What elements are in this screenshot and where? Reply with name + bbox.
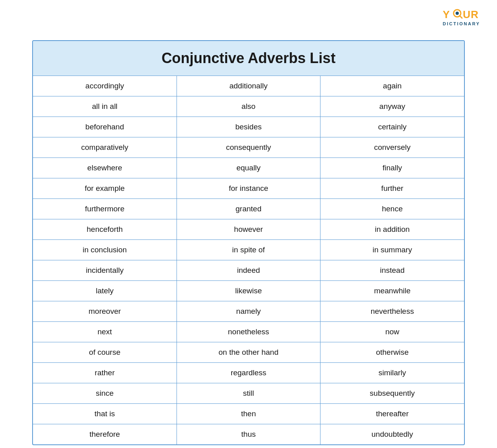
table-cell: elsewhere (33, 158, 177, 178)
table-cell: granted (177, 199, 320, 219)
table-row: furthermoregrantedhence (33, 199, 464, 219)
table-cell: meanwhile (320, 281, 464, 301)
table-cell: accordingly (33, 76, 177, 96)
table-wrapper: Conjunctive Adverbs List accordinglyaddi… (32, 40, 465, 445)
table-cell: on the other hand (177, 342, 320, 363)
table-cell: however (177, 219, 320, 240)
table-cell: then (177, 404, 320, 424)
table-cell: furthermore (33, 199, 177, 219)
table-cell: hence (320, 199, 464, 219)
table-cell: in conclusion (33, 240, 177, 260)
table-row: beforehandbesidescertainly (33, 117, 464, 137)
main-content: Conjunctive Adverbs List accordinglyaddi… (0, 0, 497, 448)
svg-point-2 (456, 12, 459, 15)
table-cell: further (320, 178, 464, 199)
table-row: henceforthhoweverin addition (33, 219, 464, 240)
table-cell: nonetheless (177, 322, 320, 342)
table-row: incidentallyindeedinstead (33, 260, 464, 281)
logo: Y UR DICTIONARY (439, 6, 487, 30)
table-cell: in spite of (177, 240, 320, 260)
table-row: comparativelyconsequentlyconversely (33, 137, 464, 158)
svg-line-3 (460, 16, 462, 18)
table-row: nextnonethelessnow (33, 322, 464, 342)
table-cell: still (177, 383, 320, 404)
table-cell: comparatively (33, 137, 177, 158)
table-cell: for instance (177, 178, 320, 199)
conjunctive-adverbs-table: accordinglyadditionallyagainall in allal… (33, 76, 464, 444)
table-cell: undoubtedly (320, 424, 464, 445)
table-cell: thereafter (320, 404, 464, 424)
table-cell: since (33, 383, 177, 404)
table-cell: that is (33, 404, 177, 424)
table-cell: rather (33, 363, 177, 383)
table-row: in conclusionin spite ofin summary (33, 240, 464, 260)
table-cell: in addition (320, 219, 464, 240)
table-cell: incidentally (33, 260, 177, 281)
table-cell: namely (177, 301, 320, 322)
table-cell: of course (33, 342, 177, 363)
table-cell: otherwise (320, 342, 464, 363)
table-row: ratherregardlesssimilarly (33, 363, 464, 383)
table-row: elsewhereequallyfinally (33, 158, 464, 178)
svg-text:Y: Y (443, 8, 450, 20)
table-cell: equally (177, 158, 320, 178)
table-cell: in summary (320, 240, 464, 260)
table-cell: next (33, 322, 177, 342)
table-cell: moreover (33, 301, 177, 322)
table-row: sincestillsubsequently (33, 383, 464, 404)
table-cell: likewise (177, 281, 320, 301)
table-cell: nevertheless (320, 301, 464, 322)
svg-text:DICTIONARY: DICTIONARY (443, 21, 480, 26)
table-cell: therefore (33, 424, 177, 445)
table-title: Conjunctive Adverbs List (33, 41, 464, 76)
table-cell: also (177, 96, 320, 117)
table-cell: lately (33, 281, 177, 301)
table-cell: anyway (320, 96, 464, 117)
svg-text:UR: UR (463, 8, 479, 20)
table-cell: indeed (177, 260, 320, 281)
table-cell: henceforth (33, 219, 177, 240)
table-cell: conversely (320, 137, 464, 158)
table-cell: instead (320, 260, 464, 281)
table-cell: additionally (177, 76, 320, 96)
table-row: for examplefor instancefurther (33, 178, 464, 199)
table-cell: regardless (177, 363, 320, 383)
table-cell: certainly (320, 117, 464, 137)
table-cell: for example (33, 178, 177, 199)
table-cell: now (320, 322, 464, 342)
table-row: latelylikewisemeanwhile (33, 281, 464, 301)
table-cell: finally (320, 158, 464, 178)
table-cell: beforehand (33, 117, 177, 137)
table-row: thereforethusundoubtedly (33, 424, 464, 445)
table-cell: besides (177, 117, 320, 137)
table-row: of courseon the other handotherwise (33, 342, 464, 363)
table-cell: thus (177, 424, 320, 445)
table-row: moreovernamelynevertheless (33, 301, 464, 322)
table-row: all in allalsoanyway (33, 96, 464, 117)
table-row: accordinglyadditionallyagain (33, 76, 464, 96)
table-cell: all in all (33, 96, 177, 117)
table-cell: again (320, 76, 464, 96)
table-cell: subsequently (320, 383, 464, 404)
table-row: that isthenthereafter (33, 404, 464, 424)
table-cell: consequently (177, 137, 320, 158)
table-cell: similarly (320, 363, 464, 383)
